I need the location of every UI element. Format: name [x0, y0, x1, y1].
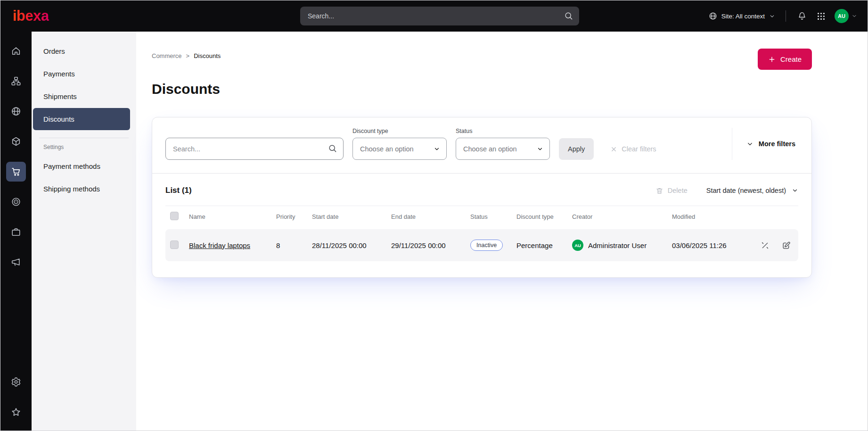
filters-bar: Discount type Choose an option Status Ch… — [152, 117, 811, 173]
select-all-checkbox[interactable] — [170, 212, 179, 220]
sidebar-item-shipping-methods[interactable]: Shipping methods — [33, 178, 130, 200]
column-header-status: Status — [470, 213, 516, 220]
trash-icon — [655, 187, 663, 195]
column-header-modified: Modified — [672, 213, 756, 220]
column-header-priority: Priority — [276, 213, 312, 220]
column-header-start-date: Start date — [312, 213, 391, 220]
sidebar-item-payments[interactable]: Payments — [33, 63, 130, 85]
delete-button-label: Delete — [668, 187, 688, 194]
main-row: Orders Payments Shipments Discounts Sett… — [0, 32, 868, 431]
discount-type-select[interactable]: Choose an option — [352, 138, 447, 160]
avatar: AU — [835, 9, 849, 23]
icon-rail — [0, 32, 32, 431]
globe-icon — [709, 12, 717, 20]
list-section: List (1) Delete Start date (newest, olde… — [152, 173, 811, 277]
table-header: Name Priority Start date End date Status… — [165, 206, 798, 227]
cell-start-date: 28/11/2025 00:00 — [312, 241, 391, 249]
discount-name-link[interactable]: Black friday laptops — [189, 241, 250, 249]
list-title: List (1) — [165, 186, 192, 195]
chevron-down-icon — [434, 146, 440, 152]
row-checkbox[interactable] — [170, 240, 179, 249]
home-icon — [11, 46, 21, 56]
rail-item-settings[interactable] — [6, 372, 26, 392]
clear-filters-label: Clear filters — [622, 145, 656, 153]
site-context-selector[interactable]: Site: All context — [709, 12, 775, 20]
search-icon — [328, 144, 337, 153]
breadcrumb-item-commerce[interactable]: Commerce — [152, 52, 182, 59]
plus-icon — [768, 56, 776, 63]
cell-discount-type: Percentage — [516, 241, 572, 249]
global-search — [300, 7, 579, 25]
rail-item-content-tree[interactable] — [6, 71, 26, 91]
more-filters-label: More filters — [759, 140, 795, 148]
sitemap-icon — [11, 76, 21, 86]
star-icon — [11, 407, 21, 417]
sidebar-divider — [39, 138, 129, 138]
rail-item-workflow[interactable] — [6, 222, 26, 242]
cart-icon — [11, 166, 21, 177]
status-select[interactable]: Choose an option — [456, 138, 550, 160]
rail-item-product-catalog[interactable] — [6, 132, 26, 151]
page-title: Discounts — [152, 81, 812, 97]
breadcrumb-separator: > — [186, 52, 190, 59]
app-window: ibexa Site: All context — [0, 0, 868, 431]
cube-icon — [11, 136, 21, 147]
deactivate-button[interactable] — [761, 241, 770, 250]
app-switcher-button[interactable] — [816, 11, 827, 22]
x-icon — [610, 146, 617, 153]
create-button[interactable]: Create — [758, 49, 812, 70]
gear-icon — [11, 377, 21, 387]
site-context-label: Site: All context — [721, 13, 765, 20]
sort-label: Start date (newest, oldest) — [706, 187, 786, 194]
sidebar-item-payment-methods[interactable]: Payment methods — [33, 155, 130, 177]
list-header: List (1) Delete Start date (newest, olde… — [165, 186, 798, 195]
rail-item-personalization[interactable] — [6, 192, 26, 212]
more-filters-button[interactable]: More filters — [732, 128, 811, 160]
rail-item-bookmarks[interactable] — [6, 402, 26, 422]
filter-search-input[interactable] — [165, 138, 344, 160]
ibexa-logo[interactable]: ibexa — [13, 8, 49, 25]
rail-item-home[interactable] — [6, 41, 26, 61]
main-content: Commerce > Discounts Create Discounts — [136, 32, 868, 431]
cell-priority: 8 — [276, 241, 312, 249]
apply-filters-button[interactable]: Apply — [559, 138, 594, 160]
rail-item-site[interactable] — [6, 101, 26, 121]
edit-button[interactable] — [782, 241, 791, 250]
status-filter: Status Choose an option — [456, 128, 550, 160]
globe-icon — [11, 106, 21, 116]
sidebar-item-orders[interactable]: Orders — [33, 40, 130, 62]
clear-filters-button[interactable]: Clear filters — [607, 138, 659, 160]
chevron-down-icon — [537, 146, 543, 152]
sidebar-item-shipments[interactable]: Shipments — [33, 85, 130, 108]
cell-creator: AU Administrator User — [572, 240, 672, 251]
global-search-input[interactable] — [300, 7, 579, 25]
sort-select[interactable]: Start date (newest, oldest) — [706, 187, 798, 194]
discounts-panel: Discount type Choose an option Status Ch… — [152, 117, 812, 278]
rail-item-marketing[interactable] — [6, 252, 26, 272]
chevron-down-icon — [746, 141, 753, 148]
cell-end-date: 29/11/2025 00:00 — [391, 241, 470, 249]
topbar: ibexa Site: All context — [0, 0, 868, 32]
chevron-down-icon — [792, 187, 798, 194]
column-header-creator: Creator — [572, 213, 672, 220]
status-value: Choose an option — [463, 145, 517, 153]
topbar-divider — [786, 10, 786, 22]
rail-item-commerce[interactable] — [6, 162, 26, 182]
row-actions — [756, 241, 798, 250]
notifications-button[interactable] — [796, 10, 808, 22]
column-header-end-date: End date — [391, 213, 470, 220]
delete-button[interactable]: Delete — [653, 186, 690, 195]
filter-search — [165, 138, 344, 160]
search-icon — [564, 11, 573, 20]
sidebar-item-discounts[interactable]: Discounts — [33, 108, 130, 130]
discount-type-filter: Discount type Choose an option — [352, 128, 447, 160]
user-menu[interactable]: AU — [835, 9, 857, 23]
discount-type-label: Discount type — [352, 128, 447, 134]
column-header-discount-type: Discount type — [516, 213, 572, 220]
commerce-sidebar: Orders Payments Shipments Discounts Sett… — [32, 32, 136, 431]
deactivate-icon — [761, 241, 770, 250]
content-header: Commerce > Discounts Create — [152, 49, 812, 70]
creator-avatar: AU — [572, 240, 583, 251]
bell-icon — [797, 11, 807, 21]
discounts-table: Name Priority Start date End date Status… — [165, 206, 798, 261]
